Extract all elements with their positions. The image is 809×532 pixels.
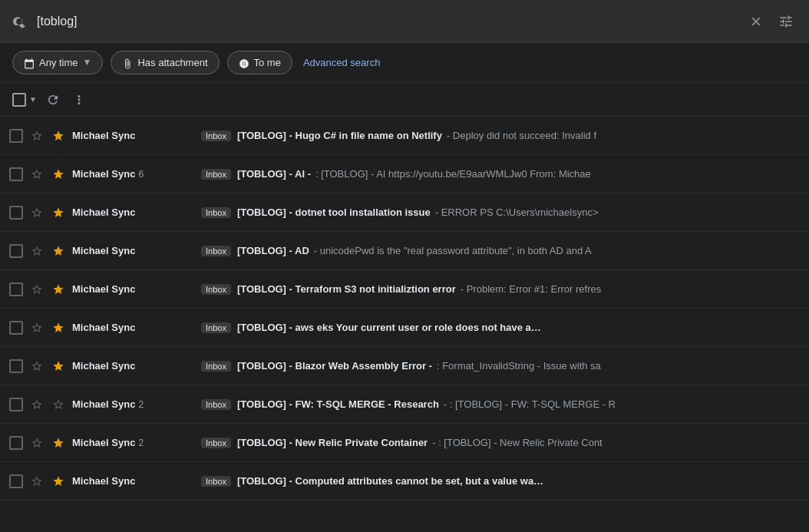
important-button[interactable] [51,435,66,451]
email-row[interactable]: Michael Sync2Inbox[TOBLOG] - New Relic P… [0,424,809,462]
important-button[interactable] [51,473,66,490]
has-attachment-filter[interactable]: Has attachment [111,51,219,74]
email-preview: - Deploy did not succeed: Invalid f [447,130,800,141]
any-time-filter[interactable]: Any time ▼ [12,51,103,74]
email-sender: Michael Sync [72,245,195,256]
email-content: [TOBLOG] - Computed attributes cannot be… [237,475,800,487]
inbox-badge: Inbox [201,322,231,333]
email-sender: Michael Sync2 [72,437,195,448]
email-row[interactable]: Michael SyncInbox[TOBLOG] - Computed att… [0,462,809,501]
important-button[interactable] [51,396,66,413]
email-content: [TOBLOG] - Hugo C# in file name on Netli… [237,130,800,141]
email-checkbox[interactable] [9,474,23,488]
email-sender: Michael Sync [72,283,195,295]
search-input[interactable] [37,15,737,28]
email-preview: : Format_InvalidString - Issue with sa [437,360,800,372]
important-button[interactable] [51,243,66,259]
email-checkbox[interactable] [9,398,23,411]
advanced-search-link[interactable]: Advanced search [303,57,380,68]
email-count: 6 [138,169,144,180]
email-subject: [TOBLOG] - AD [237,245,309,256]
email-preview: : [TOBLOG] - AI https://youtu.be/E9aarWM… [315,168,800,180]
email-row[interactable]: Michael SyncInbox[TOBLOG] - aws eks Your… [0,309,809,347]
inbox-badge: Inbox [201,476,231,487]
select-all-dropdown[interactable]: ▼ [28,94,38,105]
forward-icon [239,56,249,68]
email-row[interactable]: Michael SyncInbox[TOBLOG] - Terraform S3… [0,270,809,309]
search-options-button[interactable] [775,10,797,32]
star-button[interactable] [29,358,45,375]
email-row[interactable]: Michael SyncInbox[TOBLOG] - dotnet tool … [0,193,809,232]
important-button[interactable] [51,358,66,375]
star-button[interactable] [29,281,45,298]
email-subject: [TOBLOG] - Blazor Web Assembly Error - [237,360,432,372]
email-content: [TOBLOG] - AI -: [TOBLOG] - AI https://y… [237,168,800,180]
email-subject: [TOBLOG] - dotnet tool installation issu… [237,207,431,218]
star-button[interactable] [29,396,45,413]
email-subject: [TOBLOG] - Terraform S3 not initializtio… [237,283,456,295]
star-button[interactable] [29,435,45,451]
search-clear-button[interactable] [746,10,766,32]
search-icon [12,12,28,30]
email-preview: - unicodePwd is the "real password attri… [314,245,800,256]
email-content: [TOBLOG] - New Relic Private Container- … [237,437,800,448]
to-me-filter[interactable]: To me [227,51,292,74]
email-subject: [TOBLOG] - AI - [237,168,311,180]
email-checkbox[interactable] [9,283,23,296]
email-content: [TOBLOG] - FW: T-SQL MERGE - Research- :… [237,398,800,410]
filter-row: Any time ▼ Has attachment To me Advanced… [0,43,809,83]
inbox-badge: Inbox [201,284,231,295]
email-sender: Michael Sync [72,130,195,141]
email-checkbox[interactable] [9,167,23,181]
inbox-badge: Inbox [201,361,231,372]
email-count: 2 [138,438,144,448]
email-content: [TOBLOG] - dotnet tool installation issu… [237,207,800,218]
email-content: [TOBLOG] - Terraform S3 not initializtio… [237,283,800,295]
email-sender: Michael Sync [72,360,195,372]
inbox-badge: Inbox [201,438,231,448]
email-row[interactable]: Michael SyncInbox[TOBLOG] - Blazor Web A… [0,347,809,385]
more-options-button[interactable] [68,88,91,111]
email-checkbox[interactable] [9,244,23,258]
star-button[interactable] [29,243,45,259]
select-all-checkbox[interactable] [12,93,26,107]
inbox-badge: Inbox [201,131,231,141]
has-attachment-label: Has attachment [137,57,207,68]
important-button[interactable] [51,319,66,336]
email-content: [TOBLOG] - Blazor Web Assembly Error -: … [237,360,800,372]
important-button[interactable] [51,166,66,183]
email-sender: Michael Sync2 [72,398,195,410]
email-preview: - ERROR PS C:\Users\michaelsync> [435,207,800,218]
important-button[interactable] [51,204,66,221]
inbox-badge: Inbox [201,207,231,218]
attachment-icon [122,56,133,68]
star-button[interactable] [29,473,45,490]
email-preview: - Problem: Error #1: Error refres [461,283,800,295]
email-content: [TOBLOG] - aws eks Your current user or … [237,322,800,333]
star-button[interactable] [29,166,45,183]
email-subject: [TOBLOG] - Computed attributes cannot be… [237,475,544,487]
inbox-badge: Inbox [201,246,231,256]
star-button[interactable] [29,319,45,336]
email-checkbox[interactable] [9,359,23,373]
email-content: [TOBLOG] - AD- unicodePwd is the "real p… [237,245,800,256]
email-subject: [TOBLOG] - New Relic Private Container [237,437,428,448]
email-checkbox[interactable] [9,436,23,450]
email-checkbox[interactable] [9,206,23,220]
email-row[interactable]: Michael SyncInbox[TOBLOG] - Hugo C# in f… [0,117,809,155]
email-row[interactable]: Michael SyncInbox[TOBLOG] - AD- unicodeP… [0,232,809,270]
refresh-button[interactable] [41,88,64,111]
email-checkbox[interactable] [9,321,23,335]
email-preview: - : [TOBLOG] - New Relic Private Cont [432,437,800,448]
inbox-badge: Inbox [201,169,231,180]
email-checkbox[interactable] [9,129,23,143]
star-button[interactable] [29,127,45,144]
email-subject: [TOBLOG] - Hugo C# in file name on Netli… [237,130,442,141]
important-button[interactable] [51,281,66,298]
email-row[interactable]: Michael Sync2Inbox[TOBLOG] - FW: T-SQL M… [0,385,809,424]
email-row[interactable]: Michael Sync6Inbox[TOBLOG] - AI -: [TOBL… [0,155,809,193]
toolbar-row: ▼ [0,83,809,117]
star-button[interactable] [29,204,45,221]
any-time-label: Any time [39,57,78,68]
important-button[interactable] [51,127,66,144]
